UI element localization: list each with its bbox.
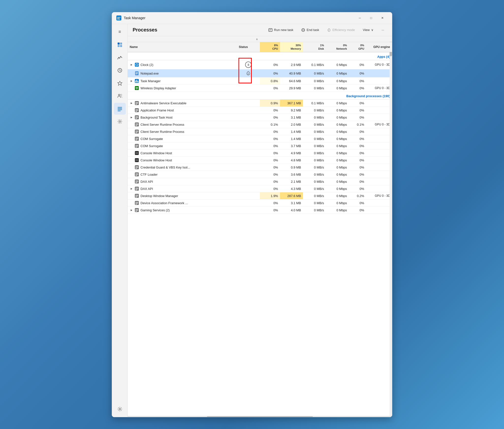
- svg-rect-86: [135, 195, 138, 195]
- table-row[interactable]: ▶ Clock (2) ⏸ 0% 2.9 MB 0.1 MB/s 0 Mbps …: [128, 60, 392, 69]
- table-row[interactable]: ▶ Antimalware Service Executable 0.9% 36…: [128, 100, 392, 107]
- gpu-engine-value: [366, 150, 392, 157]
- disk-value: 0 MB/s: [303, 107, 326, 114]
- processes-table-container[interactable]: ∧ Name Status: [128, 36, 392, 416]
- sidebar-item-settings[interactable]: [114, 403, 126, 415]
- status-cell: [237, 171, 260, 178]
- minimize-button[interactable]: ─: [354, 14, 365, 22]
- end-task-button[interactable]: End task: [298, 27, 322, 33]
- status-cell: [237, 100, 260, 107]
- sidebar-item-services[interactable]: [114, 116, 126, 127]
- sidebar-item-details[interactable]: [114, 103, 126, 115]
- gpu-engine-value: [366, 142, 392, 150]
- network-value: 0 Mbps: [326, 100, 349, 107]
- expand-icon[interactable]: ▶: [130, 63, 133, 66]
- table-row[interactable]: Device Association Framework ... 0% 3.1 …: [128, 199, 392, 207]
- gpu-value: 0.2%: [349, 192, 366, 199]
- gpu-value: 0%: [349, 157, 366, 164]
- table-row[interactable]: CTF Loader 0% 3.6 MB 0 MB/s 0 Mbps 0%: [128, 171, 392, 178]
- page-title: Processes: [133, 27, 157, 33]
- col-cpu[interactable]: 8%CPU: [260, 42, 280, 52]
- expand-icon[interactable]: ▶: [130, 116, 133, 119]
- efficiency-mode-button[interactable]: Efficiency mode: [324, 27, 358, 33]
- maximize-button[interactable]: □: [365, 14, 377, 22]
- svg-rect-63: [135, 151, 139, 155]
- table-row[interactable]: Console Window Host 0% 4.9 MB 0 MB/s 0 M…: [128, 150, 392, 157]
- end-task-icon: [301, 28, 305, 32]
- memory-value: 9.2 MB: [280, 107, 303, 114]
- expand-icon[interactable]: ▶: [130, 79, 133, 83]
- end-task-label: End task: [307, 28, 319, 32]
- svg-rect-92: [135, 204, 137, 204]
- more-button[interactable]: ···: [378, 27, 387, 33]
- table-row[interactable]: ▶ Task Manager 0.8% 64.6 MB 0 MB/s 0 Mbp…: [128, 77, 392, 85]
- process-name: Application Frame Host: [128, 107, 237, 114]
- table-row[interactable]: ▶ DAX API 0% 4.3 MB 0 MB/s 0 Mbps 0%: [128, 185, 392, 192]
- table-row[interactable]: Credential Guard & VBS Key Isol... 0% 0.…: [128, 164, 392, 171]
- status-cell: [237, 150, 260, 157]
- svg-rect-30: [135, 80, 136, 82]
- col-name[interactable]: Name: [128, 42, 237, 52]
- table-row[interactable]: DAX API 0% 2.1 MB 0 MB/s 0 Mbps 0%: [128, 178, 392, 185]
- table-row[interactable]: ▶ Gaming Services (2) 0% 4.0 MB 0 MB/s 0…: [128, 207, 392, 214]
- svg-rect-56: [135, 138, 138, 138]
- col-status[interactable]: Status: [237, 42, 260, 52]
- run-new-task-label: Run new task: [274, 28, 293, 32]
- bg-section-header: Background processes (190): [128, 92, 392, 100]
- gpu-engine-value: [366, 69, 392, 77]
- cpu-value: 1.9%: [260, 192, 280, 199]
- expand-icon[interactable]: ▶: [130, 187, 133, 190]
- network-value: 0 Mbps: [326, 121, 349, 128]
- table-row[interactable]: COM Surrogate 0% 3.7 MB 0 MB/s 0 Mbps 0%: [128, 142, 392, 150]
- cpu-value: 0%: [260, 171, 280, 178]
- scrollbar-track[interactable]: [390, 36, 392, 416]
- status-cell: [237, 207, 260, 214]
- table-row[interactable]: Notepad.exe 0% 40.9 MB 0 MB/s 0 Mbps 0%: [128, 69, 392, 77]
- svg-rect-26: [136, 72, 138, 73]
- sidebar-item-hamburger[interactable]: ≡: [114, 26, 126, 38]
- col-disk[interactable]: 1%Disk: [303, 42, 326, 52]
- sidebar-item-history[interactable]: [114, 64, 126, 76]
- status-cell: [237, 199, 260, 207]
- table-row[interactable]: Client Server Runtime Process 0% 1.4 MB …: [128, 128, 392, 135]
- cpu-value: 0%: [260, 85, 280, 92]
- run-new-task-button[interactable]: Run new task: [266, 27, 296, 33]
- svg-rect-91: [135, 203, 138, 203]
- disk-value: 0 MB/s: [303, 128, 326, 135]
- gpu-engine-value: [366, 135, 392, 142]
- table-row[interactable]: Wireless Display Adapter 0% 29.9 MB 0 MB…: [128, 85, 392, 92]
- memory-value: 287.6 MB: [280, 192, 303, 199]
- network-value: 0 Mbps: [326, 185, 349, 192]
- sidebar-item-performance[interactable]: [114, 52, 126, 63]
- table-row[interactable]: Desktop Window Manager 1.9% 287.6 MB 0 M…: [128, 192, 392, 199]
- svg-rect-6: [118, 45, 120, 47]
- table-row[interactable]: Console Window Host 0% 4.8 MB 0 MB/s 0 M…: [128, 157, 392, 164]
- disk-value: 0 MB/s: [303, 207, 326, 214]
- cpu-value: 0%: [260, 164, 280, 171]
- expand-icon[interactable]: ▶: [130, 208, 133, 212]
- sidebar-item-processes[interactable]: [114, 39, 126, 51]
- memory-value: 3.7 MB: [280, 142, 303, 150]
- svg-rect-18: [269, 29, 272, 31]
- expand-icon[interactable]: ▶: [130, 101, 133, 105]
- close-button[interactable]: ✕: [377, 14, 388, 22]
- memory-value: 2.0 MB: [280, 121, 303, 128]
- svg-rect-38: [135, 104, 137, 105]
- table-row[interactable]: ▶ Background Task Host 0% 3.1 MB 0 MB/s …: [128, 114, 392, 121]
- col-gpu[interactable]: 0%GPU: [349, 42, 366, 52]
- table-row[interactable]: COM Surrogate 0% 1.4 MB 0 MB/s 0 Mbps 0%: [128, 135, 392, 142]
- gpu-engine-value: [366, 100, 392, 107]
- sidebar-item-users[interactable]: [114, 90, 126, 102]
- col-network[interactable]: 0%Network: [326, 42, 349, 52]
- col-memory[interactable]: 30%Memory: [280, 42, 303, 52]
- view-button[interactable]: View ∨: [360, 27, 377, 33]
- cpu-value: 0%: [260, 114, 280, 121]
- col-gpu-engine[interactable]: GPU engine: [366, 42, 392, 52]
- efficiency-icon: [327, 28, 331, 32]
- table-row[interactable]: Application Frame Host 0% 9.2 MB 0 MB/s …: [128, 107, 392, 114]
- cpu-value: 0%: [260, 142, 280, 150]
- sidebar-item-startup[interactable]: [114, 77, 126, 89]
- status-cell: [237, 85, 260, 92]
- table-row[interactable]: Client Server Runtime Process 0.1% 2.0 M…: [128, 121, 392, 128]
- svg-rect-7: [120, 45, 122, 47]
